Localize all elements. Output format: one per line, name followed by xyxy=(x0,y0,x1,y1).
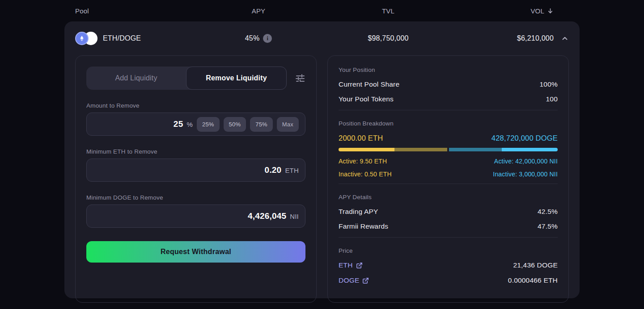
eth-total-value: 2000.00 ETH xyxy=(339,134,383,142)
divider xyxy=(339,110,558,110)
breakdown-bar xyxy=(339,148,558,151)
external-link-icon xyxy=(356,262,363,269)
eth-price-link[interactable]: ETH xyxy=(339,261,363,269)
pool-summary-row[interactable]: ETH/DOGE 45% i $98,750,000 $6,210,000 xyxy=(64,21,580,55)
min-eth-label: Minimum ETH to Remove xyxy=(86,148,305,155)
trading-apy-value: 42.5% xyxy=(538,208,558,216)
pool-tokens-value: 100 xyxy=(546,95,558,103)
request-withdrawal-button[interactable]: Request Withdrawal xyxy=(86,241,305,263)
farmii-rewards-row: Farmii Rewards 47.5% xyxy=(339,222,558,230)
breakdown-bar-segment-eth-active xyxy=(339,148,394,151)
min-eth-value: 0.20 xyxy=(265,165,282,175)
breakdown-bar-segment-doge-active xyxy=(502,148,558,151)
apy-details-title: APY Details xyxy=(339,194,558,200)
column-header-vol-label: VOL xyxy=(530,7,544,15)
farmii-rewards-value: 47.5% xyxy=(538,222,558,230)
pool-apy-value: 45% xyxy=(245,34,260,42)
liquidity-tabs: Add Liquidity Remove Liquidity xyxy=(86,67,287,90)
price-title: Price xyxy=(339,247,558,254)
pool-tokens-row: Your Pool Tokens 100 xyxy=(339,95,558,103)
trading-apy-label: Trading APY xyxy=(339,208,378,216)
percent-75-button[interactable]: 75% xyxy=(250,117,273,132)
eth-price-row: ETH 21,436 DOGE xyxy=(339,261,558,269)
percent-50-button[interactable]: 50% xyxy=(224,117,246,132)
eth-inactive-value: Inactive: 0.50 ETH xyxy=(339,171,392,178)
position-breakdown-title: Position Breakdown xyxy=(339,120,558,127)
min-doge-label: Minimum DOGE to Remove xyxy=(86,194,305,201)
column-header-apy[interactable]: APY xyxy=(214,7,303,15)
pool-tokens-label: Your Pool Tokens xyxy=(339,95,394,103)
pool-tvl-value: $98,750,000 xyxy=(303,34,473,42)
collapse-row-button[interactable] xyxy=(554,34,569,42)
column-header-vol[interactable]: VOL xyxy=(473,7,554,15)
min-eth-unit: ETH xyxy=(285,167,299,174)
pool-vol-value: $6,210,000 xyxy=(473,34,554,42)
max-button[interactable]: Max xyxy=(277,117,299,132)
min-eth-input[interactable]: 0.20 ETH xyxy=(86,159,305,182)
position-details-panel: Your Position Current Pool Share 100% Yo… xyxy=(327,55,569,303)
inactive-amounts-row: Inactive: 0.50 ETH Inactive: 3,000,000 N… xyxy=(339,171,558,178)
settings-tune-icon[interactable] xyxy=(295,73,305,84)
min-doge-unit: NII xyxy=(290,213,299,220)
amount-unit: % xyxy=(186,121,193,128)
breakdown-bar-segment-doge-inactive xyxy=(449,148,502,151)
doge-total-value: 428,720,000 DOGE xyxy=(491,134,558,142)
eth-price-link-label: ETH xyxy=(339,261,353,269)
pool-pair-name: ETH/DOGE xyxy=(103,34,141,42)
doge-price-row: DOGE 0.0000466 ETH xyxy=(339,276,558,284)
pool-share-row: Current Pool Share 100% xyxy=(339,80,558,88)
eth-price-value: 21,436 DOGE xyxy=(513,261,558,269)
eth-active-value: Active: 9.50 ETH xyxy=(339,158,387,165)
amount-to-remove-input[interactable]: 25 % 25% 50% 75% Max xyxy=(86,113,305,136)
divider xyxy=(339,184,558,184)
breakdown-bar-segment-eth-inactive xyxy=(394,148,447,151)
eth-token-icon xyxy=(75,32,89,45)
chevron-up-icon xyxy=(561,34,569,42)
pool-share-label: Current Pool Share xyxy=(339,80,399,88)
percent-25-button[interactable]: 25% xyxy=(197,117,220,132)
pool-share-value: 100% xyxy=(540,80,558,88)
doge-active-value: Active: 42,000,000 NII xyxy=(494,158,558,165)
tab-remove-liquidity[interactable]: Remove Liquidity xyxy=(186,67,287,90)
sort-descending-icon xyxy=(547,8,554,14)
divider xyxy=(339,237,558,238)
min-doge-value: 4,426,045 xyxy=(248,211,286,221)
pool-card: ETH/DOGE 45% i $98,750,000 $6,210,000 Ad… xyxy=(64,21,580,298)
min-doge-input[interactable]: 4,426,045 NII xyxy=(86,205,305,228)
amount-value: 25 xyxy=(174,119,183,129)
doge-price-link[interactable]: DOGE xyxy=(339,276,369,284)
doge-price-link-label: DOGE xyxy=(339,276,359,284)
doge-inactive-value: Inactive: 3,000,000 NII xyxy=(493,171,558,178)
external-link-icon xyxy=(362,277,369,284)
token-pair-icons xyxy=(75,32,97,45)
trading-apy-row: Trading APY 42.5% xyxy=(339,208,558,216)
amount-to-remove-label: Amount to Remove xyxy=(86,102,305,109)
pool-table-header: Pool APY TVL VOL xyxy=(64,0,580,21)
breakdown-totals-row: 2000.00 ETH 428,720,000 DOGE xyxy=(339,134,558,142)
active-amounts-row: Active: 9.50 ETH Active: 42,000,000 NII xyxy=(339,158,558,165)
liquidity-form-panel: Add Liquidity Remove Liquidity Amount to… xyxy=(75,55,317,303)
column-header-tvl[interactable]: TVL xyxy=(303,7,473,15)
tab-add-liquidity[interactable]: Add Liquidity xyxy=(86,67,186,90)
your-position-title: Your Position xyxy=(339,67,558,73)
farmii-rewards-label: Farmii Rewards xyxy=(339,222,388,230)
doge-price-value: 0.0000466 ETH xyxy=(508,276,558,284)
apy-info-icon[interactable]: i xyxy=(263,34,272,43)
column-header-pool[interactable]: Pool xyxy=(75,7,214,15)
